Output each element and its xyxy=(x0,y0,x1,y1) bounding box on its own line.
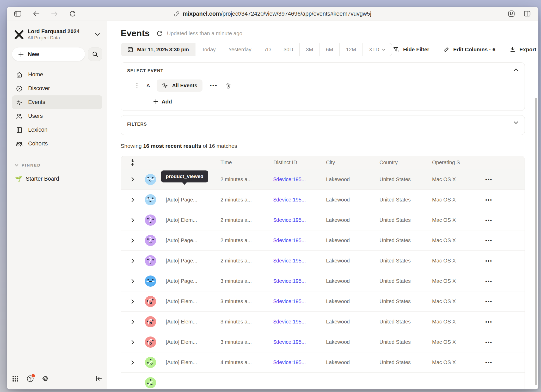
range-yesterday[interactable]: Yesterday xyxy=(222,43,257,56)
workspace-switcher[interactable]: Lord Farquaad 2024 All Project Data xyxy=(12,28,102,41)
table-row[interactable]: [Auto] Page... 3 minutes a... $device:19… xyxy=(121,271,525,291)
event-name-cell[interactable]: [Auto] Page... xyxy=(160,237,217,243)
table-row[interactable]: [Auto] Elem... 2 minutes a... $device:19… xyxy=(121,210,525,230)
apps-grid-icon[interactable] xyxy=(12,375,19,382)
event-name-cell[interactable]: [Auto] Elem... xyxy=(160,359,217,365)
row-menu-icon[interactable]: ••• xyxy=(467,197,511,203)
column-header-distinct-id[interactable]: Distinct ID xyxy=(269,160,322,166)
expand-row-icon[interactable] xyxy=(121,198,144,202)
range-12m[interactable]: 12M xyxy=(339,43,362,56)
table-row[interactable]: ••• xyxy=(121,372,525,389)
sidebar-item-users[interactable]: Users xyxy=(12,109,102,123)
expand-row-icon[interactable] xyxy=(121,259,144,263)
range-7d[interactable]: 7D xyxy=(258,43,277,56)
table-row[interactable]: [Auto] Elem... 3 minutes a... $device:19… xyxy=(121,311,525,332)
row-menu-icon[interactable]: ••• xyxy=(467,217,511,223)
sidebar-item-starter-board[interactable]: 🌱 Starter Board xyxy=(12,175,102,182)
distinct-id-link[interactable]: $device:195... xyxy=(269,197,322,203)
distinct-id-link[interactable]: $device:195... xyxy=(269,237,322,243)
row-menu-icon[interactable]: ••• xyxy=(467,319,511,325)
range-today[interactable]: Today xyxy=(195,43,222,56)
pinned-section-header[interactable]: PINNED xyxy=(12,163,102,168)
sidebar-item-cohorts[interactable]: Cohorts xyxy=(12,137,102,151)
event-name-cell[interactable]: [Auto] Elem... xyxy=(160,339,217,345)
table-row[interactable]: [Auto] Elem... 4 minutes a... $device:19… xyxy=(121,352,525,372)
chevron-down-icon[interactable] xyxy=(514,121,518,124)
expand-row-icon[interactable] xyxy=(121,238,144,243)
table-row[interactable]: [Auto] Page... 2 minutes a... $device:19… xyxy=(121,189,525,210)
event-selector[interactable]: All Events xyxy=(157,79,202,92)
event-name-cell[interactable]: [Auto] Page... xyxy=(160,197,217,203)
page-title: Events xyxy=(121,28,150,38)
address-bar[interactable]: mixpanel.com/project/3472420/view/397469… xyxy=(174,7,371,21)
expand-row-icon[interactable] xyxy=(121,299,144,304)
row-menu-icon[interactable]: ••• xyxy=(467,278,511,284)
distinct-id-link[interactable]: $device:195... xyxy=(269,258,322,264)
settings-gear-icon[interactable] xyxy=(42,375,49,382)
drag-handle-icon[interactable] xyxy=(136,83,139,89)
row-menu-icon[interactable]: ••• xyxy=(467,360,511,365)
row-menu-icon[interactable]: ••• xyxy=(467,299,511,304)
sidebar-item-lexicon[interactable]: Lexicon xyxy=(12,123,102,137)
distinct-id-link[interactable]: $device:195... xyxy=(269,319,322,325)
sidebar-item-label: Discover xyxy=(28,85,50,92)
refresh-icon[interactable] xyxy=(157,30,163,36)
event-name-cell[interactable]: [Auto] Elem... xyxy=(160,217,217,223)
expand-row-icon[interactable] xyxy=(121,218,144,223)
column-header-country[interactable]: Country xyxy=(376,160,428,166)
column-header-city[interactable]: City xyxy=(322,160,376,166)
row-menu-icon[interactable]: ••• xyxy=(467,176,511,182)
expand-row-icon[interactable] xyxy=(121,320,144,324)
sidebar-item-discover[interactable]: Discover xyxy=(12,82,102,95)
reload-icon[interactable] xyxy=(69,10,76,17)
more-options-icon[interactable]: ••• xyxy=(210,83,218,89)
help-button[interactable] xyxy=(27,375,34,382)
split-view-icon[interactable] xyxy=(524,11,531,17)
back-icon[interactable] xyxy=(33,11,40,17)
distinct-id-link[interactable]: $device:195... xyxy=(269,298,322,304)
event-name-cell[interactable]: [Auto] Elem... xyxy=(160,319,217,325)
sort-order-icon[interactable] xyxy=(121,159,144,167)
page-settings-icon[interactable] xyxy=(508,10,515,17)
date-picker-button[interactable]: Mar 11, 2025 3:30 pm xyxy=(121,43,195,56)
table-row[interactable]: [Auto] Elem... 3 minutes a... $device:19… xyxy=(121,291,525,311)
table-row[interactable]: [Auto] Elem... 3 minutes a... $device:19… xyxy=(121,332,525,352)
column-header-operating-system[interactable]: Operating S xyxy=(428,160,467,166)
row-menu-icon[interactable]: ••• xyxy=(467,238,511,243)
add-event-button[interactable]: Add xyxy=(153,99,518,105)
event-name-cell[interactable]: [Auto] Elem... xyxy=(160,298,217,304)
row-menu-icon[interactable]: ••• xyxy=(467,339,511,345)
expand-row-icon[interactable] xyxy=(121,340,144,345)
distinct-id-link[interactable]: $device:195... xyxy=(269,278,322,284)
chevron-up-icon[interactable] xyxy=(514,68,518,71)
new-button[interactable]: New xyxy=(12,47,85,61)
expand-row-icon[interactable] xyxy=(121,177,144,182)
distinct-id-link[interactable]: $device:195... xyxy=(269,339,322,345)
expand-row-icon[interactable] xyxy=(121,360,144,365)
event-name-cell[interactable]: [Auto] Page... xyxy=(160,278,217,284)
column-header-time[interactable]: Time xyxy=(217,160,269,166)
distinct-id-link[interactable]: $device:195... xyxy=(269,359,322,365)
forward-icon[interactable] xyxy=(51,11,58,17)
event-name-cell[interactable]: [Auto] Page... xyxy=(160,258,217,264)
collapse-sidebar-icon[interactable] xyxy=(95,376,102,382)
sidebar-item-events[interactable]: Events xyxy=(12,95,102,109)
distinct-id-link[interactable]: $device:195... xyxy=(269,217,322,223)
range-xtd[interactable]: XTD xyxy=(362,43,392,56)
range-30d[interactable]: 30D xyxy=(277,43,299,56)
browser-sidebar-toggle-icon[interactable] xyxy=(14,11,21,17)
table-row[interactable]: [Auto] Page... 2 minutes a... $device:19… xyxy=(121,230,525,250)
distinct-id-link[interactable]: $device:195... xyxy=(269,176,322,182)
range-3m[interactable]: 3M xyxy=(299,43,319,56)
delete-event-icon[interactable] xyxy=(225,82,231,89)
table-row[interactable]: [Auto] Page... 2 minutes a... $device:19… xyxy=(121,250,525,271)
hide-filter-button[interactable]: Hide Filter xyxy=(393,46,429,53)
range-6m[interactable]: 6M xyxy=(319,43,340,56)
vertical-scrollbar[interactable] xyxy=(535,98,537,385)
expand-row-icon[interactable] xyxy=(121,279,144,284)
sidebar-item-home[interactable]: Home xyxy=(12,68,102,82)
search-button[interactable] xyxy=(88,47,102,61)
row-menu-icon[interactable]: ••• xyxy=(467,258,511,264)
edit-columns-button[interactable]: Edit Columns · 6 xyxy=(443,46,495,53)
export-button[interactable]: Export xyxy=(509,46,536,53)
